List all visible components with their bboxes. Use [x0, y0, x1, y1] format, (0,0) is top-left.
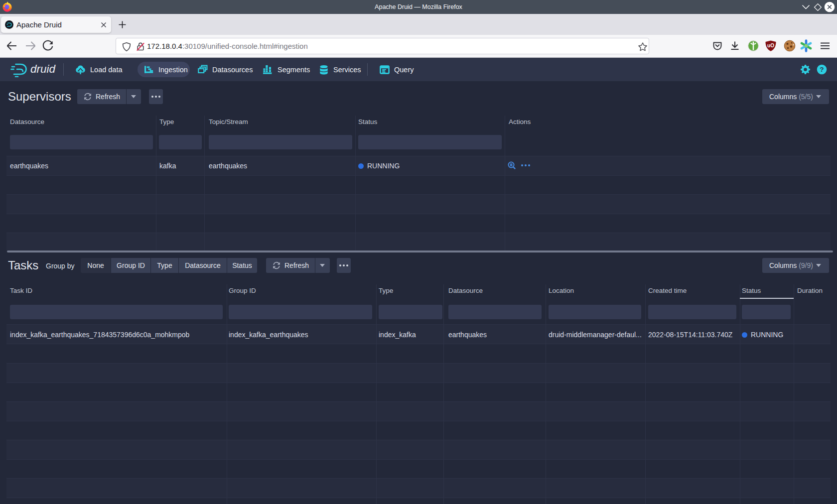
- svg-text:?: ?: [820, 66, 824, 73]
- svg-text:uO: uO: [767, 43, 774, 48]
